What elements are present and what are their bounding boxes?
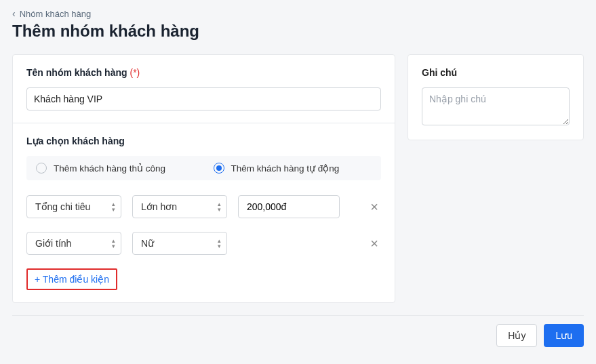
footer-divider — [12, 315, 584, 316]
page-title: Thêm nhóm khách hàng — [12, 22, 584, 41]
name-label: Tên nhóm khách hàng (*) — [26, 67, 381, 78]
group-name-input[interactable] — [26, 87, 381, 110]
radio-icon — [36, 163, 47, 174]
caret-updown-icon: ▴▾ — [112, 239, 115, 248]
required-marker: (*) — [130, 67, 140, 78]
radio-manual[interactable]: Thêm khách hàng thủ công — [26, 156, 204, 180]
breadcrumb[interactable]: ‹ Nhóm khách hàng — [12, 8, 584, 19]
name-label-text: Tên nhóm khách hàng — [26, 67, 127, 78]
close-icon: × — [370, 199, 378, 214]
condition-field-select[interactable]: Tổng chi tiêu ▴▾ — [26, 195, 121, 218]
remove-condition-button[interactable]: × — [367, 200, 381, 214]
selection-section: Lựa chọn khách hàng Thêm khách hàng thủ … — [13, 123, 395, 302]
caret-updown-icon: ▴▾ — [112, 202, 115, 211]
selection-label: Lựa chọn khách hàng — [26, 136, 381, 146]
condition-row: Giới tính ▴▾ Nữ ▴▾ × — [26, 232, 381, 255]
caret-updown-icon: ▴▾ — [218, 202, 221, 211]
breadcrumb-label: Nhóm khách hàng — [20, 9, 92, 19]
radio-manual-label: Thêm khách hàng thủ công — [54, 163, 165, 174]
radio-icon — [214, 163, 224, 174]
remove-condition-button[interactable]: × — [367, 237, 381, 250]
condition-operator-select[interactable]: Lớn hơn ▴▾ — [132, 195, 227, 218]
condition-field-value: Tổng chi tiêu — [35, 201, 90, 212]
selection-mode-radio-group: Thêm khách hàng thủ công Thêm khách hàng… — [26, 156, 381, 180]
footer-actions: Hủy Lưu — [12, 324, 584, 347]
chevron-left-icon: ‹ — [12, 8, 16, 19]
condition-row: Tổng chi tiêu ▴▾ Lớn hơn ▴▾ × — [26, 195, 381, 218]
condition-field-value: Giới tính — [35, 238, 71, 249]
cancel-button[interactable]: Hủy — [496, 324, 537, 347]
condition-operator-select[interactable]: Nữ ▴▾ — [132, 232, 227, 255]
close-icon: × — [370, 236, 378, 251]
condition-operator-value: Nữ — [141, 238, 154, 249]
condition-value-input[interactable] — [238, 195, 340, 218]
notes-card: Ghi chú — [408, 54, 584, 140]
caret-updown-icon: ▴▾ — [218, 239, 221, 248]
name-section: Tên nhóm khách hàng (*) — [13, 55, 395, 123]
notes-label: Ghi chú — [422, 67, 570, 78]
save-button[interactable]: Lưu — [544, 324, 584, 347]
add-condition-button[interactable]: + Thêm điều kiện — [26, 268, 117, 290]
main-card: Tên nhóm khách hàng (*) Lựa chọn khách h… — [12, 54, 395, 303]
condition-operator-value: Lớn hơn — [141, 201, 177, 212]
notes-textarea[interactable] — [422, 87, 570, 125]
radio-auto[interactable]: Thêm khách hàng tự động — [204, 156, 382, 180]
condition-field-select[interactable]: Giới tính ▴▾ — [26, 232, 121, 255]
radio-auto-label: Thêm khách hàng tự động — [231, 163, 340, 174]
